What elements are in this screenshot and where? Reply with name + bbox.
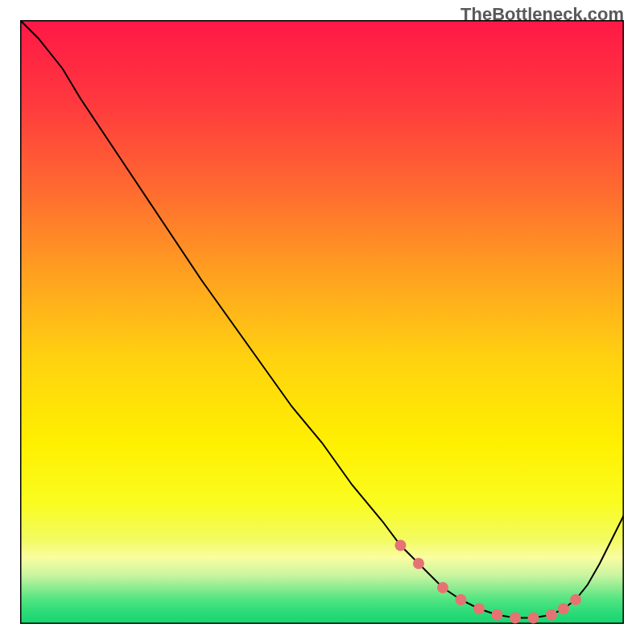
marker-point xyxy=(528,613,539,624)
bottleneck-chart xyxy=(20,20,624,624)
marker-point xyxy=(546,609,557,621)
marker-point xyxy=(570,594,581,605)
marker-point xyxy=(456,594,467,605)
watermark-text: TheBottleneck.com xyxy=(460,4,624,25)
chart-background xyxy=(20,20,624,624)
marker-point xyxy=(510,613,521,624)
marker-point xyxy=(492,609,503,621)
chart-container xyxy=(20,20,624,624)
marker-point xyxy=(558,603,569,614)
marker-point xyxy=(473,603,485,614)
marker-point xyxy=(437,582,448,593)
marker-point xyxy=(413,558,424,569)
marker-point xyxy=(395,540,407,551)
